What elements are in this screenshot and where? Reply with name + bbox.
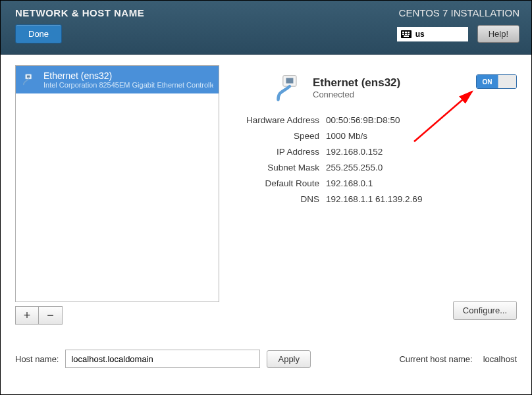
toggle-state-label: ON [477,75,498,88]
configure-button[interactable]: Configure... [453,301,517,320]
apply-hostname-button[interactable]: Apply [267,350,311,368]
ethernet-icon [275,73,304,102]
current-hostname-label: Current host name: [399,354,472,364]
ip-label: IP Address [238,147,319,157]
mask-value: 255.255.255.0 [326,163,517,172]
installer-title: CENTOS 7 INSTALLATION [399,7,519,18]
mask-label: Subnet Mask [238,163,319,172]
connection-toggle[interactable]: ON [476,74,517,89]
interface-info-grid: Hardware Address 00:50:56:9B:D8:50 Speed… [238,115,517,204]
device-description: Intel Corporation 82545EM Gigabit Ethern… [43,81,213,89]
remove-device-button[interactable]: − [39,306,63,325]
dns-label: DNS [238,194,319,204]
content-area: Ethernet (ens32) Intel Corporation 82545… [1,55,531,394]
keyboard-layout-indicator[interactable]: us [397,27,468,41]
header-bar: NETWORK & HOST NAME CENTOS 7 INSTALLATIO… [1,1,531,55]
interface-title: Ethernet (ens32) [313,76,400,90]
speed-label: Speed [238,131,319,141]
toggle-knob [498,75,516,88]
page-title: NETWORK & HOST NAME [15,7,144,18]
hostname-input[interactable] [65,350,260,368]
ethernet-icon [22,72,37,87]
svg-rect-1 [27,76,30,78]
device-list-item[interactable]: Ethernet (ens32) Intel Corporation 82545… [16,66,219,93]
ip-value: 192.168.0.152 [326,147,517,157]
hostname-label: Host name: [15,354,59,364]
current-hostname-value: localhost [483,354,517,364]
help-button[interactable]: Help! [477,25,519,43]
hw-addr-label: Hardware Address [238,115,319,125]
speed-value: 1000 Mb/s [326,131,517,141]
device-list[interactable]: Ethernet (ens32) Intel Corporation 82545… [15,65,219,302]
add-device-button[interactable]: + [15,306,39,325]
keyboard-layout-text: us [415,30,425,39]
svg-rect-3 [286,78,293,83]
connection-status: Connected [313,90,400,99]
hostname-row: Host name: Apply Current host name: loca… [15,350,517,368]
route-label: Default Route [238,178,319,188]
keyboard-icon [401,30,412,38]
hw-addr-value: 00:50:56:9B:D8:50 [326,115,517,125]
device-name: Ethernet (ens32) [43,70,213,81]
detail-pane: Ethernet (ens32) Connected ON Hardware A… [238,65,517,325]
done-button[interactable]: Done [15,24,62,43]
route-value: 192.168.0.1 [326,178,517,188]
device-list-panel: Ethernet (ens32) Intel Corporation 82545… [15,65,219,325]
dns-value: 192.168.1.1 61.139.2.69 [326,194,517,204]
